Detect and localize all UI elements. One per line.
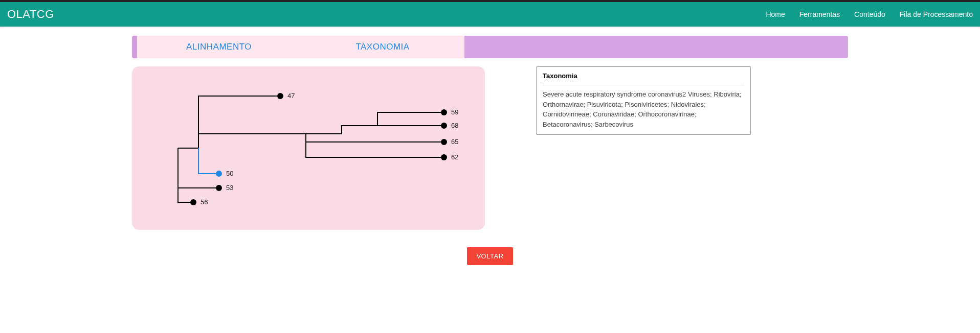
- tree-edge: [198, 134, 444, 157]
- tree-edge: [306, 126, 444, 134]
- tree-node-label: 53: [226, 184, 233, 192]
- tree-edge: [198, 148, 219, 174]
- tree-node[interactable]: [277, 93, 283, 99]
- tree-node[interactable]: [190, 199, 196, 205]
- back-row: VOLTAR: [132, 247, 848, 265]
- tree-node-label: 68: [451, 122, 458, 129]
- tree-edge: [178, 96, 280, 148]
- info-body: Severe acute respiratory syndrome corona…: [543, 89, 744, 129]
- tree-node[interactable]: [441, 154, 447, 160]
- phylo-tree-panel: 4759686562505356: [132, 66, 485, 230]
- nav-fila[interactable]: Fila de Processamento: [900, 10, 973, 18]
- tree-node[interactable]: [441, 139, 447, 145]
- two-columns: 4759686562505356 Taxonomia Severe acute …: [132, 66, 848, 230]
- tab-alinhamento[interactable]: ALINHAMENTO: [137, 36, 301, 58]
- tree-edge: [178, 188, 193, 202]
- tree-edge-selected: [198, 148, 219, 174]
- main-nav: Home Ferramentas Conteúdo Fila de Proces…: [766, 10, 973, 18]
- taxonomy-info-box: Taxonomia Severe acute respiratory syndr…: [536, 66, 751, 135]
- tree-node[interactable]: [441, 123, 447, 129]
- back-button[interactable]: VOLTAR: [467, 247, 513, 265]
- tab-accent: [132, 36, 137, 58]
- info-divider: [543, 85, 744, 85]
- phylo-tree-svg: 4759686562505356: [142, 76, 475, 213]
- tree-node-label: 50: [226, 170, 233, 177]
- tree-node-label: 56: [201, 198, 208, 206]
- tree-node-label: 62: [451, 153, 458, 161]
- tree-node[interactable]: [441, 109, 447, 115]
- brand-title: OLATCG: [7, 8, 54, 21]
- tree-edge: [342, 112, 444, 126]
- tab-taxonomia[interactable]: TAXONOMIA: [301, 36, 464, 58]
- nav-conteudo[interactable]: Conteúdo: [854, 10, 885, 18]
- tree-node-label: 47: [287, 92, 295, 100]
- content-wrap: ALINHAMENTO TAXONOMIA 4759686562505356 T…: [117, 27, 863, 286]
- nav-home[interactable]: Home: [766, 10, 785, 18]
- tree-edge: [306, 134, 444, 142]
- tree-node[interactable]: [216, 185, 222, 191]
- right-column: Taxonomia Severe acute respiratory syndr…: [536, 66, 751, 135]
- app-header: OLATCG Home Ferramentas Conteúdo Fila de…: [0, 2, 980, 27]
- nav-ferramentas[interactable]: Ferramentas: [799, 10, 840, 18]
- tab-fill: [464, 36, 848, 58]
- tree-node-label: 65: [451, 138, 458, 146]
- left-column: 4759686562505356: [132, 66, 485, 230]
- tab-bar: ALINHAMENTO TAXONOMIA: [132, 36, 848, 58]
- tree-node-label: 59: [451, 108, 458, 116]
- info-title: Taxonomia: [543, 72, 744, 80]
- tree-node[interactable]: [216, 171, 222, 177]
